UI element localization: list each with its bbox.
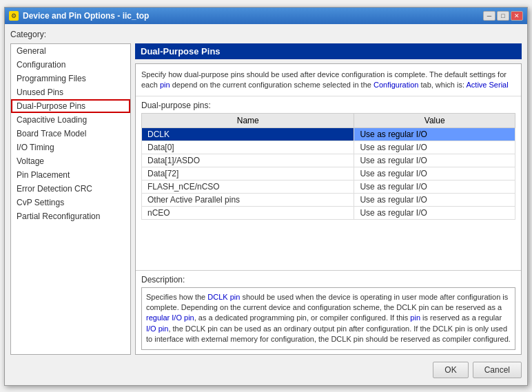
col-header-value: Value bbox=[354, 114, 515, 128]
pin-name-cell: Data[0] bbox=[142, 141, 354, 154]
description-box: Specifies how the DCLK pin should be use… bbox=[141, 287, 515, 350]
main-window: ⚙ Device and Pin Options - iic_top ─ □ ✕… bbox=[4, 7, 528, 386]
right-panel: Dual-Purpose Pins Specify how dual-purpo… bbox=[135, 43, 522, 355]
sidebar-item-dual-purpose-pins[interactable]: Dual-Purpose Pins bbox=[11, 99, 130, 113]
sidebar-item-board-trace-model[interactable]: Board Trace Model bbox=[11, 127, 130, 141]
table-row[interactable]: Data[1]/ASDOUse as regular I/O bbox=[142, 154, 515, 167]
sidebar-item-error-detection-crc[interactable]: Error Detection CRC bbox=[11, 182, 130, 196]
table-row[interactable]: DCLKUse as regular I/O bbox=[142, 128, 515, 141]
cancel-button[interactable]: Cancel bbox=[473, 362, 522, 378]
content-area: Category: General Configuration Programm… bbox=[5, 24, 527, 385]
close-button[interactable]: ✕ bbox=[511, 11, 523, 21]
minimize-button[interactable]: ─ bbox=[483, 11, 495, 21]
dclk-link: DCLK pin bbox=[207, 293, 240, 301]
pin-value-cell: Use as regular I/O bbox=[354, 141, 515, 154]
io-link: I/O pin bbox=[146, 324, 168, 333]
pin-name-cell: Data[1]/ASDO bbox=[142, 154, 354, 167]
sidebar-item-capacitive-loading[interactable]: Capacitive Loading bbox=[11, 113, 130, 127]
sidebar: General Configuration Programming Files … bbox=[10, 43, 131, 355]
table-row[interactable]: Data[72]Use as regular I/O bbox=[142, 167, 515, 180]
pin-link: pin bbox=[160, 81, 170, 89]
description-section: Description: Specifies how the DCLK pin … bbox=[136, 270, 521, 354]
main-panels: General Configuration Programming Files … bbox=[10, 43, 522, 355]
description-label: Description: bbox=[141, 275, 515, 285]
col-header-name: Name bbox=[142, 114, 354, 128]
pin-name-cell: nCEO bbox=[142, 207, 354, 220]
dual-purpose-section-label: Dual-purpose pins: bbox=[136, 96, 521, 113]
pin-value-cell: Use as regular I/O bbox=[354, 154, 515, 167]
panel-header: Dual-Purpose Pins bbox=[135, 43, 522, 59]
table-row[interactable]: nCEOUse as regular I/O bbox=[142, 207, 515, 220]
table-header-row: Name Value bbox=[142, 114, 515, 128]
pin-name-cell: FLASH_nCE/nCSO bbox=[142, 180, 354, 194]
panel-body: Specify how dual-purpose pins should be … bbox=[135, 63, 522, 355]
window-title: Device and Pin Options - iic_top bbox=[23, 11, 149, 21]
sidebar-item-io-timing[interactable]: I/O Timing bbox=[11, 141, 130, 154]
pin-link2: pin bbox=[410, 313, 420, 322]
table-wrapper: Name Value DCLKUse as regular I/OData[0]… bbox=[136, 113, 521, 269]
bottom-buttons: OK Cancel bbox=[10, 359, 522, 380]
regular-io-link: regular I/O pin bbox=[146, 313, 194, 322]
title-bar-left: ⚙ Device and Pin Options - iic_top bbox=[9, 11, 149, 21]
sidebar-item-unused-pins[interactable]: Unused Pins bbox=[11, 85, 130, 99]
pin-value-cell: Use as regular I/O bbox=[354, 194, 515, 207]
pin-value-cell: Use as regular I/O bbox=[354, 207, 515, 220]
table-row[interactable]: Data[0]Use as regular I/O bbox=[142, 141, 515, 154]
sidebar-item-voltage[interactable]: Voltage bbox=[11, 154, 130, 168]
pin-name-cell: DCLK bbox=[142, 128, 354, 141]
title-bar: ⚙ Device and Pin Options - iic_top ─ □ ✕ bbox=[5, 8, 527, 24]
pin-name-cell: Data[72] bbox=[142, 167, 354, 180]
title-bar-controls: ─ □ ✕ bbox=[483, 11, 523, 21]
pins-table: Name Value DCLKUse as regular I/OData[0]… bbox=[141, 113, 515, 220]
table-row[interactable]: FLASH_nCE/nCSOUse as regular I/O bbox=[142, 180, 515, 194]
sidebar-item-partial-reconfiguration[interactable]: Partial Reconfiguration bbox=[11, 209, 130, 223]
sidebar-item-configuration[interactable]: Configuration bbox=[11, 58, 130, 72]
sidebar-item-pin-placement[interactable]: Pin Placement bbox=[11, 168, 130, 182]
pin-value-cell: Use as regular I/O bbox=[354, 167, 515, 180]
sidebar-item-programming-files[interactable]: Programming Files bbox=[11, 72, 130, 85]
pin-value-cell: Use as regular I/O bbox=[354, 180, 515, 194]
sidebar-item-cvp-settings[interactable]: CvP Settings bbox=[11, 196, 130, 209]
configuration-link: Configuration bbox=[374, 81, 418, 89]
pin-name-cell: Other Active Parallel pins bbox=[142, 194, 354, 207]
pin-value-cell: Use as regular I/O bbox=[354, 128, 515, 141]
scheme-value: Active Serial bbox=[467, 81, 509, 89]
ok-button[interactable]: OK bbox=[433, 362, 468, 378]
panel-description: Specify how dual-purpose pins should be … bbox=[136, 64, 521, 97]
table-row[interactable]: Other Active Parallel pinsUse as regular… bbox=[142, 194, 515, 207]
category-label: Category: bbox=[10, 30, 522, 39]
window-icon: ⚙ bbox=[9, 11, 19, 21]
sidebar-item-general[interactable]: General bbox=[11, 44, 130, 58]
maximize-button[interactable]: □ bbox=[497, 11, 509, 21]
